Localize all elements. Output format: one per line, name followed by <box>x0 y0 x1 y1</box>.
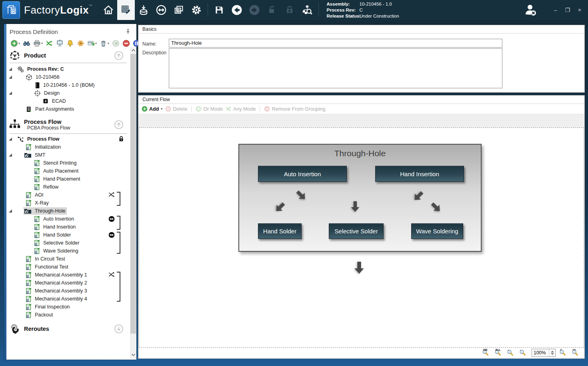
tree-expander-icon[interactable] <box>9 68 12 71</box>
unlock-icon[interactable] <box>263 0 281 20</box>
tree-item[interactable]: Auto Placement <box>6 167 128 175</box>
transfer-circle-icon[interactable] <box>152 0 170 20</box>
zoom-level-input[interactable] <box>532 349 549 356</box>
tree-item[interactable]: X-Ray <box>6 199 128 207</box>
flow-node[interactable]: Hand Solder <box>258 223 302 239</box>
collapse-up-icon[interactable] <box>114 120 124 129</box>
tree-item[interactable]: Packout <box>6 311 128 319</box>
flow-node[interactable]: Selective Solder <box>329 223 384 239</box>
tree-item[interactable]: In Circuit Test <box>6 255 128 263</box>
detail-panel: Basics Name: Description Current Flow Ad… <box>138 24 585 360</box>
flow-canvas[interactable]: Through-HoleAuto InsertionHand Insertion… <box>139 127 584 348</box>
tree-expander-icon[interactable] <box>9 153 12 157</box>
through-hole-group-box[interactable]: Through-HoleAuto InsertionHand Insertion… <box>238 144 482 252</box>
zoom-in-button[interactable]: + <box>559 349 568 356</box>
tree-item[interactable]: Process Flow <box>6 135 128 143</box>
trash-arrow-icon[interactable]: ▾ <box>99 40 110 47</box>
tree-item[interactable]: 10-210456 - 1.0 (BOM) <box>6 81 128 89</box>
zoom-100-button[interactable]: 100 <box>482 349 491 356</box>
board-icon[interactable] <box>55 40 64 47</box>
grid-edit-icon[interactable] <box>117 0 135 20</box>
forward-circle-icon[interactable] <box>246 0 263 20</box>
printer-icon[interactable]: ▾ <box>32 40 44 47</box>
info-value: 10-210456 - 1.0 <box>360 1 392 7</box>
flow-search-icon[interactable] <box>298 0 316 20</box>
grouping-bracket <box>117 232 120 254</box>
flow-node[interactable]: Wave Soldering <box>411 223 463 239</box>
tree-item[interactable]: Hand Solder <box>6 231 128 239</box>
tree-item[interactable]: Part Assignments <box>6 105 128 113</box>
reroutes-icon <box>9 323 21 335</box>
tree-item[interactable]: Stencil Printing <box>6 159 128 167</box>
close-button[interactable]: × <box>574 5 585 15</box>
tree-item[interactable]: Mechanical Assembly 3 <box>6 287 128 295</box>
minimize-button[interactable]: – <box>550 5 561 15</box>
back-circle-icon[interactable] <box>228 0 246 20</box>
collapse-up-icon[interactable] <box>114 51 124 60</box>
bell-icon[interactable] <box>66 40 75 47</box>
description-input[interactable] <box>169 48 502 88</box>
save-icon[interactable] <box>210 0 228 20</box>
tree-item[interactable]: Process Rev: C <box>6 65 128 73</box>
shuffle-green-icon[interactable] <box>45 40 54 47</box>
tree-expander-icon[interactable] <box>9 209 12 213</box>
info-value: Under Construction <box>360 13 399 19</box>
tree-item[interactable]: Through-Hole <box>6 207 128 215</box>
tree-expander-icon[interactable] <box>9 137 12 141</box>
card-green-icon[interactable]: ▾ <box>86 40 98 47</box>
plus-green-icon[interactable]: ▾ <box>10 40 21 47</box>
tree-item[interactable]: Final Inspection <box>6 303 128 311</box>
lock-x-icon[interactable] <box>281 0 298 20</box>
zoom---button[interactable]: - <box>519 349 528 356</box>
go-disabled-icon[interactable] <box>111 40 120 47</box>
tree-item[interactable]: Initialization <box>6 143 128 151</box>
flow-node[interactable]: Auto Insertion <box>258 166 347 182</box>
tree-item[interactable]: ECAD <box>6 97 128 105</box>
tree-item[interactable]: Hand Insertion <box>6 223 128 231</box>
zoom----button[interactable]: -- <box>507 349 516 356</box>
tree-item[interactable]: Auto Insertion <box>6 215 128 223</box>
gear-yellow-icon[interactable] <box>76 40 85 47</box>
tree-item[interactable]: Mechanical Assembly 4 <box>6 295 128 303</box>
add-button[interactable]: Add▾ <box>142 106 162 112</box>
tree-item[interactable]: Functional Test <box>6 263 128 271</box>
binoculars-icon[interactable] <box>22 40 31 47</box>
tree-expander-icon[interactable] <box>9 92 12 95</box>
user-logout-icon[interactable] <box>522 2 538 18</box>
db-import-icon[interactable] <box>135 0 152 20</box>
tree-item[interactable]: AOI <box>6 191 128 199</box>
toolbar-separator <box>191 106 192 112</box>
pages-icon[interactable] <box>170 0 188 20</box>
home-icon[interactable] <box>100 0 117 20</box>
panel-title: Process Definition <box>10 28 58 35</box>
zoom-all-button[interactable]: ALL <box>494 349 503 356</box>
zoom-spinner[interactable] <box>549 349 555 356</box>
app-logo <box>2 1 20 19</box>
tree-item[interactable]: Mechanical Assembly 2 <box>6 279 128 287</box>
pin-icon[interactable] <box>125 29 131 34</box>
tree-item[interactable]: Wave Soldering <box>6 247 128 255</box>
flow-node[interactable]: Hand Insertion <box>375 166 464 182</box>
tree-item[interactable]: 10-210456 <box>6 73 128 81</box>
tree-item[interactable]: Mechanical Assembly 1 <box>6 271 128 279</box>
app-name: FactoryLogix™ <box>24 4 92 16</box>
tree-item[interactable]: Hand Placement <box>6 175 128 183</box>
maximize-button[interactable]: ❐ <box>562 5 573 15</box>
bidirectional-icon <box>108 232 115 238</box>
scroll-up-icon[interactable] <box>130 47 136 54</box>
name-input[interactable] <box>169 39 502 48</box>
stop-red-icon[interactable] <box>122 40 131 47</box>
tree-item[interactable]: Reflow <box>6 183 128 191</box>
op-icon <box>34 248 40 255</box>
gear-icon[interactable] <box>188 0 205 20</box>
tree-expander-icon[interactable] <box>9 76 12 79</box>
current-flow-group: Current Flow Add▾DeleteOr ModeAny ModeRe… <box>138 95 585 359</box>
scrollbar-thumb[interactable] <box>130 54 136 334</box>
zoom-in-fast-button[interactable]: ++ <box>572 349 580 356</box>
expand-down-icon[interactable] <box>114 324 124 334</box>
scroll-down-icon[interactable] <box>130 352 136 358</box>
left-panel-scrollbar[interactable] <box>130 47 136 358</box>
tree-item[interactable]: Selective Solder <box>6 239 128 247</box>
tree-item[interactable]: SMT <box>6 151 128 159</box>
tree-item[interactable]: Design <box>6 89 128 97</box>
